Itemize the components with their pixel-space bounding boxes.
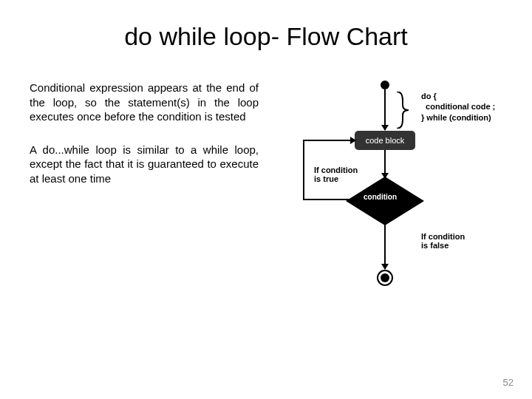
flow-line [303, 140, 304, 200]
syntax-label: do { conditional code ; } while (conditi… [421, 91, 495, 123]
flow-line [303, 140, 355, 141]
false-branch-label: If condition is false [421, 232, 465, 250]
slide: do while loop- Flow Chart Conditional ex… [0, 0, 532, 399]
svg-marker-0 [346, 177, 424, 225]
syntax-line-3: } while (condition) [421, 112, 495, 123]
condition-label: condition [364, 193, 397, 201]
flow-line [384, 89, 386, 130]
start-node-icon [381, 81, 389, 89]
code-block-node: code block [355, 131, 415, 150]
syntax-line-2: conditional code ; [421, 101, 495, 112]
true-line-1: If condition [314, 166, 358, 174]
arrow-down-icon [381, 125, 389, 131]
page-number: 52 [503, 377, 514, 388]
slide-title: do while loop- Flow Chart [30, 22, 502, 51]
false-line-1: If condition [421, 232, 465, 241]
end-node-inner-icon [381, 273, 389, 282]
end-node-icon [377, 270, 393, 286]
arrow-down-icon [381, 264, 389, 270]
paragraph-2: A do...while loop is similar to a while … [30, 143, 259, 186]
flow-line [384, 225, 386, 269]
brace-icon [395, 92, 417, 131]
content-row: Conditional expression appears at the en… [30, 81, 502, 302]
paragraph-1: Conditional expression appears at the en… [30, 81, 259, 124]
flow-line [303, 199, 351, 200]
false-line-2: is false [421, 241, 465, 250]
true-branch-label: If condition is true [314, 166, 358, 183]
arrow-right-icon [350, 137, 356, 144]
flowchart: do { conditional code ; } while (conditi… [273, 81, 495, 302]
syntax-line-1: do { [421, 91, 495, 101]
true-line-2: is true [314, 174, 358, 183]
text-column: Conditional expression appears at the en… [30, 81, 259, 302]
